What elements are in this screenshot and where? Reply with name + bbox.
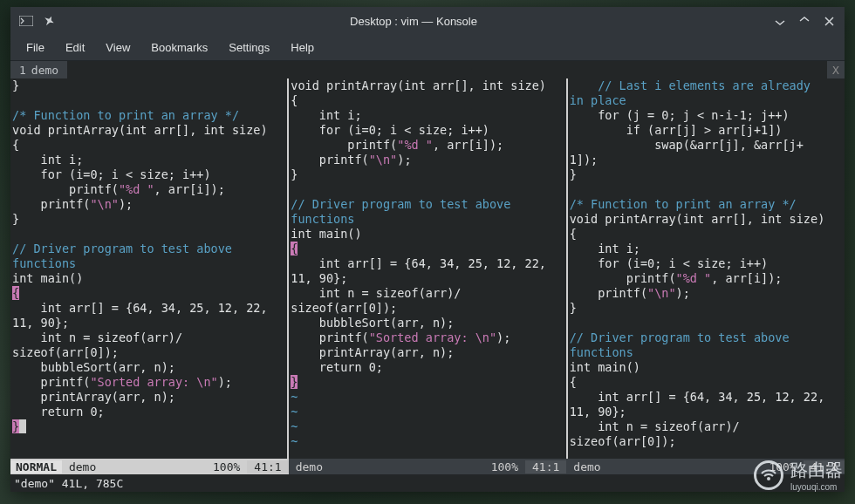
tab-name: demo xyxy=(31,64,58,77)
window-title: Desktop : vim — Konsole xyxy=(58,15,770,28)
titlebar[interactable]: Desktop : vim — Konsole xyxy=(10,7,845,35)
tab-close-button[interactable]: X xyxy=(827,61,845,78)
tab-index: 1 xyxy=(19,64,26,77)
router-icon xyxy=(754,460,783,490)
watermark: 路由器 luyouqi.com xyxy=(754,459,843,492)
menu-file[interactable]: File xyxy=(17,37,53,58)
statusline-pane-1: NORMALdemo100%41:1 xyxy=(10,459,289,474)
vim-pane-1[interactable]: } /* Function to print an array */ void … xyxy=(10,78,287,459)
terminal-area[interactable]: } /* Function to print an array */ void … xyxy=(10,78,845,459)
svg-point-1 xyxy=(767,477,770,480)
maximize-button[interactable] xyxy=(794,10,815,31)
watermark-main: 路由器 xyxy=(790,460,843,480)
menu-settings[interactable]: Settings xyxy=(220,37,278,58)
minimize-button[interactable] xyxy=(770,10,790,31)
tabbar: 1 demo X xyxy=(10,61,845,78)
terminal-icon xyxy=(17,12,35,30)
pin-icon[interactable] xyxy=(40,12,58,30)
svg-rect-0 xyxy=(19,16,33,26)
menu-view[interactable]: View xyxy=(97,37,139,58)
statusline-pane-2: demo100%41:1 xyxy=(289,459,567,474)
watermark-sub: luyouqi.com xyxy=(790,482,843,492)
tab-demo[interactable]: 1 demo xyxy=(10,61,67,78)
vim-pane-3[interactable]: // Last i elements are already in place … xyxy=(568,78,845,459)
vim-pane-2[interactable]: void printArray(int arr[], int size) { i… xyxy=(289,78,565,459)
menubar: File Edit View Bookmarks Settings Help xyxy=(10,35,845,61)
menu-bookmarks[interactable]: Bookmarks xyxy=(142,37,216,58)
vim-statusline-row: NORMALdemo100%41:1 demo100%41:1 demo100%… xyxy=(10,459,845,474)
menu-edit[interactable]: Edit xyxy=(57,37,93,58)
menu-help[interactable]: Help xyxy=(282,37,323,58)
vim-message-line: "demo" 41L, 785C xyxy=(10,474,845,492)
konsole-window: Desktop : vim — Konsole File Edit View B… xyxy=(10,7,845,492)
close-button[interactable] xyxy=(818,10,839,31)
